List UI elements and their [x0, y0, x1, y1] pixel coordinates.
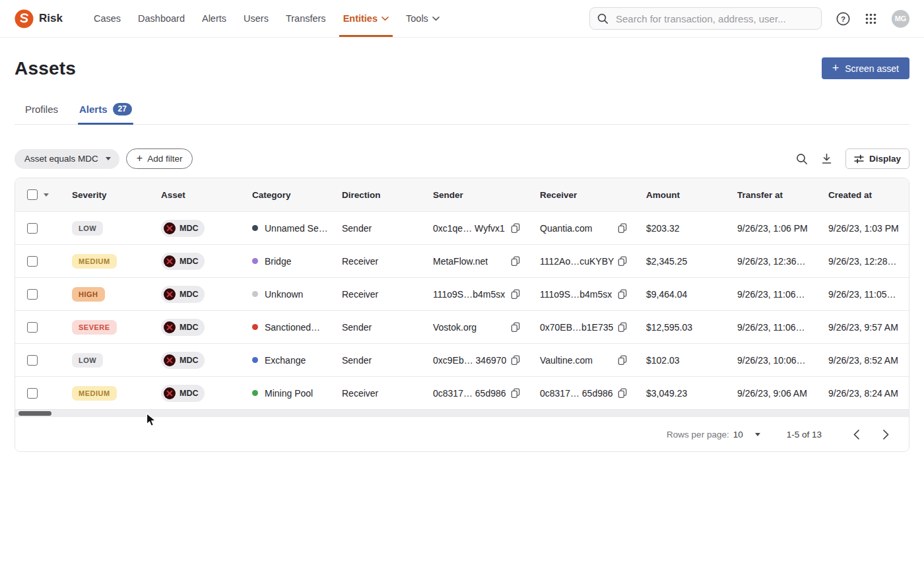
row-checkbox[interactable] — [27, 355, 38, 366]
nav-item-dashboard[interactable]: Dashboard — [129, 0, 193, 37]
brand-name: Risk — [39, 12, 63, 25]
asset-label: MDC — [180, 323, 198, 332]
screen-asset-label: Screen asset — [845, 63, 899, 74]
row-checkbox[interactable] — [27, 256, 38, 267]
search-icon — [597, 13, 609, 24]
table-search-button[interactable] — [796, 153, 808, 165]
brand[interactable]: Risk — [15, 0, 63, 37]
category-label: Sanctioned… — [265, 322, 320, 333]
table-header: Severity Asset Category Direction Sender… — [15, 178, 909, 211]
copy-icon — [511, 256, 520, 267]
chevron-right-icon — [883, 430, 889, 440]
filter-chip-asset[interactable]: Asset equals MDC — [15, 149, 119, 169]
row-checkbox[interactable] — [27, 223, 38, 234]
row-checkbox[interactable] — [27, 388, 38, 399]
next-page-button[interactable] — [880, 427, 892, 442]
table-row[interactable]: LOW MDC Exchange Sender — [15, 343, 909, 376]
main-content: Assets + Screen asset Profiles Alerts 27… — [0, 38, 924, 452]
nav-item-transfers[interactable]: Transfers — [277, 0, 335, 37]
amount-cell: $102.03 — [646, 355, 737, 366]
column-header-severity[interactable]: Severity — [72, 190, 161, 200]
screen-asset-button[interactable]: + Screen asset — [822, 57, 909, 79]
row-checkbox[interactable] — [27, 322, 38, 333]
tab-label: Profiles — [25, 104, 58, 115]
copy-icon — [618, 322, 627, 333]
global-search[interactable] — [589, 7, 822, 30]
copy-icon — [511, 322, 520, 333]
rows-per-page-caret-icon[interactable] — [755, 433, 760, 436]
column-header-sender[interactable]: Sender — [433, 190, 540, 200]
download-button[interactable] — [821, 153, 832, 164]
table-row[interactable]: MEDIUM MDC Bridge Receiver — [15, 244, 909, 277]
column-header-amount[interactable]: Amount — [646, 190, 737, 200]
copy-receiver-button[interactable] — [618, 256, 627, 267]
copy-sender-button[interactable] — [511, 322, 520, 333]
category-dot — [252, 225, 258, 231]
copy-sender-button[interactable] — [511, 388, 520, 399]
rows-per-page-value[interactable]: 10 — [733, 430, 743, 440]
column-header-category[interactable]: Category — [252, 190, 342, 200]
sender-value: 0c8317… 65d986 — [433, 388, 506, 399]
sender-value: Vostok.org — [433, 322, 477, 333]
tab-alerts[interactable]: Alerts 27 — [78, 94, 133, 124]
sender-value: 111o9S…b4m5sx — [433, 289, 505, 300]
horizontal-scrollbar[interactable] — [15, 409, 909, 417]
column-header-created-at[interactable]: Created at — [828, 190, 909, 200]
nav-item-entities[interactable]: Entities — [335, 0, 397, 37]
nav-item-alerts[interactable]: Alerts — [193, 0, 235, 37]
search-input[interactable] — [614, 13, 814, 25]
previous-page-button[interactable] — [851, 427, 862, 442]
copy-sender-button[interactable] — [511, 289, 520, 300]
receiver-value: 111o9S…b4m5sx — [540, 289, 612, 300]
asset-chip: MDC — [161, 220, 205, 237]
copy-receiver-button[interactable] — [618, 388, 627, 399]
alerts-table: Severity Asset Category Direction Sender… — [15, 178, 909, 452]
table-row[interactable]: HIGH MDC Unknown Receiver — [15, 277, 909, 310]
avatar[interactable]: MG — [892, 10, 909, 28]
nav-item-users[interactable]: Users — [235, 0, 277, 37]
copy-icon — [618, 355, 627, 366]
table-row[interactable]: LOW MDC Unnamed Se… Sender — [15, 211, 909, 244]
copy-icon — [618, 223, 627, 234]
receiver-value: Quantia.com — [540, 223, 592, 234]
table-row[interactable]: SEVERE MDC Sanctioned… Sender — [15, 310, 909, 343]
copy-sender-button[interactable] — [511, 223, 520, 234]
display-button[interactable]: Display — [845, 148, 909, 169]
copy-receiver-button[interactable] — [618, 355, 627, 366]
copy-receiver-button[interactable] — [618, 322, 627, 333]
table-row[interactable]: MEDIUM MDC Mining Pool Receiver — [15, 376, 909, 409]
select-all-checkbox[interactable] — [27, 189, 38, 200]
asset-label: MDC — [180, 257, 198, 266]
scrollbar-thumb[interactable] — [18, 411, 51, 416]
column-header-asset[interactable]: Asset — [161, 190, 252, 200]
nav-item-cases[interactable]: Cases — [85, 0, 129, 37]
search-icon — [796, 153, 808, 165]
copy-sender-button[interactable] — [511, 355, 520, 366]
asset-chip: MDC — [161, 286, 205, 303]
created-at-cell: 9/26/23, 8:52 AM — [828, 355, 909, 366]
row-checkbox[interactable] — [27, 289, 38, 300]
select-menu-caret-icon[interactable] — [44, 193, 49, 197]
column-header-transfer-at[interactable]: Transfer at — [737, 190, 828, 200]
category-dot — [252, 357, 258, 363]
apps-grid-button[interactable] — [865, 13, 877, 25]
pagination-range: 1-5 of 13 — [787, 430, 822, 440]
add-filter-button[interactable]: + Add filter — [126, 148, 193, 169]
tab-profiles[interactable]: Profiles — [24, 94, 59, 124]
help-button[interactable]: ? — [836, 12, 850, 26]
copy-receiver-button[interactable] — [618, 289, 627, 300]
severity-badge: MEDIUM — [72, 386, 117, 401]
nav-item-tools[interactable]: Tools — [397, 0, 448, 37]
copy-sender-button[interactable] — [511, 256, 520, 267]
category-dot — [252, 324, 258, 330]
table-footer: Rows per page: 10 1-5 of 13 — [15, 417, 909, 451]
table-body: LOW MDC Unnamed Se… Sender — [15, 211, 909, 409]
plus-icon: + — [137, 153, 143, 164]
chevron-down-icon — [381, 16, 389, 21]
column-header-direction[interactable]: Direction — [342, 190, 433, 200]
category-label: Unnamed Se… — [265, 223, 328, 234]
copy-receiver-button[interactable] — [618, 223, 627, 234]
column-header-receiver[interactable]: Receiver — [540, 190, 646, 200]
amount-cell: $9,464.04 — [646, 289, 737, 300]
help-icon: ? — [836, 12, 850, 26]
